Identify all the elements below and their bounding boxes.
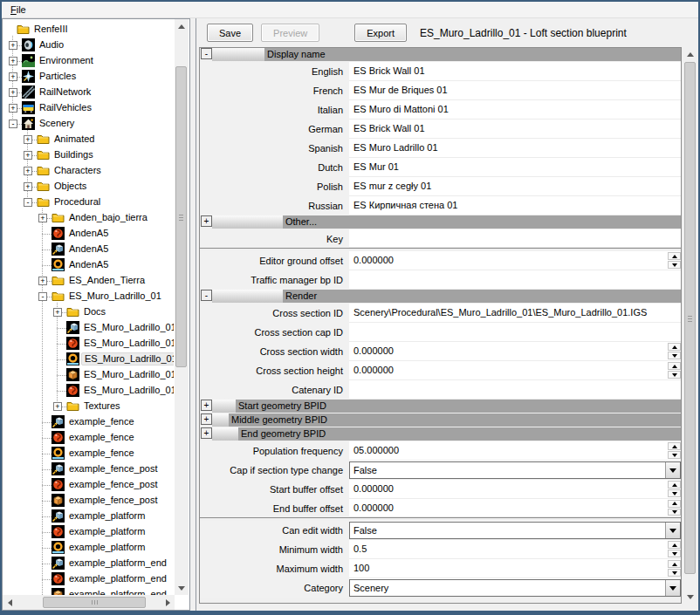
- collapse-toggle-icon[interactable]: -: [9, 120, 17, 128]
- expand-toggle-icon[interactable]: +: [24, 167, 32, 175]
- expand-toggle-icon[interactable]: +: [201, 215, 212, 227]
- tree-item[interactable]: +Objects: [3, 179, 174, 195]
- tree-item[interactable]: +Particles: [3, 69, 174, 85]
- property-value-field[interactable]: ES Mur 01: [349, 158, 681, 177]
- spinner-down-button[interactable]: [668, 451, 681, 459]
- tree-item[interactable]: +Animated: [3, 132, 174, 147]
- property-value-field[interactable]: False: [349, 461, 681, 480]
- spinner-up-button[interactable]: [668, 362, 681, 370]
- spinner-up-button[interactable]: [668, 252, 681, 260]
- collapse-toggle-icon[interactable]: -: [201, 290, 212, 301]
- expand-toggle-icon[interactable]: +: [9, 41, 17, 50]
- expand-toggle-icon[interactable]: +: [24, 151, 32, 160]
- number-spinner[interactable]: [668, 541, 681, 557]
- property-value-field[interactable]: False: [349, 521, 681, 540]
- tree-item[interactable]: ES_Muro_Ladrillo_01: [3, 367, 174, 383]
- number-spinner[interactable]: [668, 442, 681, 459]
- tree-item[interactable]: +Anden_bajo_tierra: [3, 210, 174, 226]
- tree-item[interactable]: example_fence_post: [3, 461, 174, 477]
- tree-item[interactable]: -Procedural: [3, 195, 174, 210]
- collapse-toggle-icon[interactable]: -: [201, 48, 212, 59]
- tree-item[interactable]: +ES_Anden_Tierra: [3, 273, 174, 289]
- tree-item[interactable]: ES_Muro_Ladrillo_01: [3, 336, 174, 352]
- spinner-up-button[interactable]: [668, 560, 681, 568]
- form-scroll-thumb[interactable]: [684, 62, 696, 574]
- property-value-field[interactable]: Scenery\Procedural\ES_Muro_Ladrillo_01\E…: [349, 304, 681, 323]
- tree-item[interactable]: +Docs: [3, 304, 174, 320]
- tree-item[interactable]: ES_Muro_Ladrillo_01: [3, 320, 174, 336]
- dropdown-button[interactable]: [665, 523, 680, 538]
- tree-item[interactable]: +RailVehicles: [3, 100, 174, 116]
- expand-toggle-icon[interactable]: +: [38, 214, 47, 222]
- tree-item[interactable]: example_platform: [3, 540, 174, 556]
- tree-item[interactable]: example_platform: [3, 524, 174, 540]
- property-value-field[interactable]: ES mur z cegły 01: [349, 177, 681, 196]
- number-spinner[interactable]: [668, 252, 681, 269]
- tree-item[interactable]: AndenA5: [3, 242, 174, 257]
- scroll-down-button[interactable]: [175, 581, 189, 595]
- spinner-down-button[interactable]: [668, 509, 681, 516]
- property-value-field[interactable]: [349, 323, 681, 342]
- tree-item[interactable]: example_platform_end: [3, 587, 174, 595]
- property-value-field[interactable]: 100: [349, 559, 681, 578]
- number-spinner[interactable]: [668, 362, 681, 379]
- dropdown-select[interactable]: Scenery: [349, 579, 681, 597]
- scroll-up-button[interactable]: [683, 47, 697, 61]
- expand-toggle-icon[interactable]: +: [24, 135, 32, 144]
- property-value-field[interactable]: ES Muro di Mattoni 01: [349, 100, 681, 120]
- property-value-field[interactable]: Scenery: [349, 578, 681, 598]
- property-value-field[interactable]: ES Brick Wall 01: [349, 62, 681, 81]
- tree-vertical-scrollbar[interactable]: [175, 19, 189, 595]
- tree-item[interactable]: +Characters: [3, 163, 174, 179]
- tree-item[interactable]: example_fence_post: [3, 477, 174, 493]
- expand-toggle-icon[interactable]: +: [201, 413, 212, 425]
- expand-toggle-icon[interactable]: +: [201, 400, 212, 411]
- dropdown-button[interactable]: [665, 580, 680, 596]
- tree-item[interactable]: AndenA5: [3, 257, 174, 273]
- property-value-field[interactable]: 0.000000: [349, 361, 681, 380]
- property-value-field[interactable]: ES Brick Wall 01: [349, 120, 681, 139]
- property-value-field[interactable]: [349, 380, 681, 400]
- property-value-field[interactable]: 0.000000: [349, 251, 681, 270]
- tree-item[interactable]: +Textures: [3, 399, 174, 414]
- tree-item[interactable]: example_platform: [3, 509, 174, 524]
- spinner-up-button[interactable]: [668, 481, 681, 489]
- number-spinner[interactable]: [668, 343, 681, 359]
- spinner-down-button[interactable]: [668, 550, 681, 557]
- expand-toggle-icon[interactable]: +: [9, 88, 17, 97]
- property-value-field[interactable]: ES Muro Ladrillo 01: [349, 139, 681, 158]
- dropdown-select[interactable]: False: [349, 461, 681, 479]
- expand-toggle-icon[interactable]: +: [24, 182, 32, 191]
- menu-file[interactable]: File: [4, 3, 32, 16]
- collapse-toggle-icon[interactable]: -: [24, 198, 32, 207]
- spinner-down-button[interactable]: [668, 371, 681, 379]
- form-vertical-scrollbar[interactable]: [683, 47, 697, 604]
- property-value-field[interactable]: 05.000000: [349, 441, 681, 461]
- tree-item[interactable]: +Audio: [3, 38, 174, 53]
- scroll-up-button[interactable]: [175, 19, 189, 33]
- spinner-down-button[interactable]: [668, 352, 681, 359]
- spinner-up-button[interactable]: [668, 541, 681, 549]
- spinner-down-button[interactable]: [668, 489, 681, 497]
- property-value-field[interactable]: 0.000000: [349, 499, 681, 517]
- spinner-down-button[interactable]: [668, 261, 681, 269]
- dropdown-button[interactable]: [665, 462, 680, 478]
- property-value-field[interactable]: [349, 270, 681, 290]
- expand-toggle-icon[interactable]: +: [9, 104, 17, 113]
- property-value-field[interactable]: 0.000000: [349, 480, 681, 499]
- dropdown-select[interactable]: False: [349, 522, 681, 539]
- spinner-up-button[interactable]: [668, 442, 681, 450]
- export-button[interactable]: Export: [354, 24, 407, 42]
- number-spinner[interactable]: [668, 560, 681, 577]
- preview-button[interactable]: Preview: [261, 24, 319, 42]
- tree-item[interactable]: +Buildings: [3, 147, 174, 163]
- collapse-toggle-icon[interactable]: -: [38, 292, 47, 301]
- property-value-field[interactable]: 0.5: [349, 540, 681, 559]
- expand-toggle-icon[interactable]: +: [9, 57, 17, 65]
- tree-item[interactable]: example_platform_end: [3, 571, 174, 587]
- scroll-right-button[interactable]: [161, 595, 175, 610]
- spinner-up-button[interactable]: [668, 343, 681, 351]
- tree-item[interactable]: example_platform_end: [3, 556, 174, 571]
- tree-item[interactable]: +RailNetwork: [3, 85, 174, 100]
- tree-item[interactable]: -ES_Muro_Ladrillo_01: [3, 289, 174, 304]
